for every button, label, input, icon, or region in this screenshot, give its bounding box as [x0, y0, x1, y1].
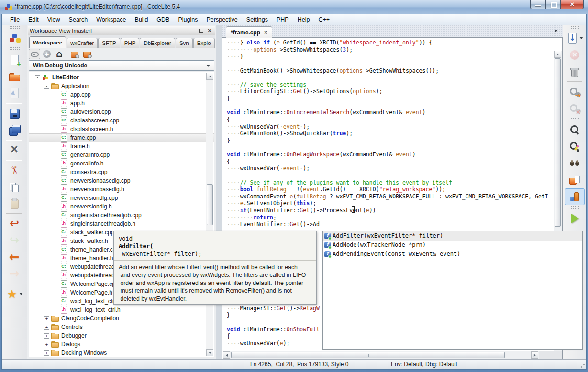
close-button[interactable] — [561, 0, 584, 9]
scroll-down-button[interactable] — [206, 349, 213, 356]
menu-c[interactable]: C++ — [314, 15, 334, 24]
collapse-all-button[interactable] — [41, 49, 53, 59]
tree-item-newversionbasedlg-cpp[interactable]: newversionbasedlg.cpp — [29, 176, 214, 185]
tree-item-clangcodecompletion[interactable]: +ClangCodeCompletion — [29, 314, 214, 323]
tree-item-newversiondlg-h[interactable]: newversiondlg.h — [29, 202, 214, 211]
run-button[interactable] — [565, 210, 585, 227]
editor-horizontal-scrollbar[interactable] — [223, 351, 539, 359]
find-in-files-button[interactable] — [565, 155, 585, 172]
find-replace-button[interactable] — [565, 138, 585, 155]
tree-item-app-h[interactable]: app.h — [29, 99, 214, 108]
collapse-icon[interactable]: - — [35, 75, 40, 80]
menu-help[interactable]: Help — [293, 15, 314, 24]
tree-item-newversionbasedlg-h[interactable]: newversionbasedlg.h — [29, 185, 214, 194]
copy-button[interactable] — [4, 178, 24, 195]
toolbar-grip[interactable] — [9, 25, 20, 29]
tree-item-clsplashscreen-h[interactable]: clsplashscreen.h — [29, 125, 214, 133]
tree-item-iconsextra-cpp[interactable]: iconsextra.cpp — [29, 168, 214, 176]
toolbar-grip[interactable] — [9, 47, 20, 51]
tree-item-controls[interactable]: +Controls — [29, 323, 214, 331]
close-file-button[interactable] — [4, 142, 24, 158]
tree-item-frame-cpp[interactable]: frame.cpp — [29, 133, 214, 142]
save-all-button[interactable] — [4, 121, 24, 138]
clean-button[interactable] — [565, 63, 585, 80]
workspace-view-button[interactable] — [4, 30, 24, 46]
tab-explo[interactable]: Explo — [193, 38, 215, 48]
tab-sftp[interactable]: SFTP — [98, 38, 120, 48]
menu-view[interactable]: View — [43, 15, 65, 24]
stop-compile-button[interactable] — [565, 100, 585, 117]
tab-php[interactable]: PHP — [121, 38, 140, 48]
toolbar-grip[interactable] — [570, 25, 579, 29]
menu-perspective[interactable]: Perspective — [202, 15, 242, 24]
completion-item[interactable]: AddFilter(wxEventFilter* filter) — [323, 231, 582, 241]
menu-settings[interactable]: Settings — [242, 15, 272, 24]
toolbar-grip[interactable] — [570, 206, 579, 209]
toolbar-grip[interactable] — [570, 117, 579, 121]
tree-item-frame-h[interactable]: frame.h — [29, 142, 214, 151]
scroll-left-button[interactable] — [223, 351, 230, 359]
workspace-settings-button[interactable] — [69, 49, 81, 59]
redo-button[interactable] — [4, 232, 24, 249]
scroll-up-button[interactable] — [206, 73, 213, 80]
new-file-button[interactable] — [4, 51, 24, 68]
editor-tab-frame-cpp[interactable]: *frame.cpp × — [226, 26, 272, 38]
highlight-word-button[interactable] — [565, 188, 585, 205]
tab-svn[interactable]: Svn — [176, 38, 193, 48]
close-pane-icon[interactable] — [206, 27, 213, 34]
tab-dbexplorer[interactable]: DbExplorer — [140, 38, 175, 48]
scrollbar-thumb[interactable] — [555, 58, 561, 227]
expand-icon[interactable]: + — [44, 325, 49, 330]
tree-item-singleinstancethreadjob-cpp[interactable]: singleinstancethreadjob.cpp — [29, 211, 214, 219]
compile-file-button[interactable] — [565, 83, 585, 100]
tree-item-singleinstancethreadjob-h[interactable]: singleinstancethreadjob.h — [29, 219, 214, 228]
tree-item-autoversion-cpp[interactable]: autoversion.cpp — [29, 108, 214, 116]
tree-item-application[interactable]: -Application — [29, 82, 214, 90]
tree-item-generalinfo-h[interactable]: generalinfo.h — [29, 159, 214, 168]
open-folder-button[interactable] — [4, 68, 24, 85]
menu-workspace[interactable]: Workspace — [92, 15, 130, 24]
menu-edit[interactable]: Edit — [24, 15, 43, 24]
tree-item-docking-windows[interactable]: +Docking Windows — [29, 349, 214, 357]
menu-plugins[interactable]: Plugins — [174, 15, 202, 24]
menu-build[interactable]: Build — [131, 15, 153, 24]
save-file-button[interactable] — [4, 105, 24, 121]
scrollbar-thumb[interactable] — [207, 184, 213, 225]
tree-item-debugger[interactable]: +Debugger — [29, 331, 214, 340]
expand-icon[interactable]: + — [44, 316, 49, 321]
tree-item-clsplashscreen-cpp[interactable]: clsplashscreen.cpp — [29, 116, 214, 125]
title-bar[interactable]: *frame.cpp [C:\src\codelitegit\LiteEdito… — [0, 0, 588, 14]
menu-php[interactable]: PHP — [272, 15, 293, 24]
tab-wxcrafter[interactable]: wxCrafter — [67, 38, 98, 48]
float-pane-icon[interactable] — [197, 27, 205, 34]
expand-icon[interactable]: + — [44, 350, 49, 356]
tab-workspace[interactable]: Workspace — [29, 36, 66, 48]
find-resource-button[interactable] — [565, 172, 585, 188]
link-editor-button[interactable] — [29, 49, 40, 59]
menu-search[interactable]: Search — [65, 15, 92, 24]
tree-item-app-cpp[interactable]: app.cpp — [29, 90, 214, 99]
scrollbar-thumb[interactable] — [231, 352, 505, 358]
collapse-icon[interactable]: - — [44, 84, 49, 89]
tree-item-dialogs[interactable]: +Dialogs — [29, 340, 214, 349]
undo-button[interactable] — [4, 215, 24, 232]
tree-vertical-scrollbar[interactable] — [206, 73, 213, 356]
tab-list-dropdown-icon[interactable] — [554, 30, 558, 34]
expand-icon[interactable]: + — [44, 333, 49, 339]
stop-build-button[interactable] — [565, 46, 585, 63]
panel-caption[interactable]: Workspace View [master] — [28, 26, 215, 35]
expand-icon[interactable]: + — [44, 342, 49, 347]
completion-item[interactable]: AddPendingEvent(const wxEvent& event) — [323, 250, 582, 259]
build-config-dropdown[interactable]: Win Debug Unicode — [29, 60, 214, 71]
tree-item-generalinfo-cpp[interactable]: generalinfo.cpp — [29, 151, 214, 159]
find-button[interactable] — [565, 121, 585, 138]
bookmark-button[interactable] — [4, 285, 24, 302]
tree-item-liteeditor[interactable]: -LiteEditor — [29, 73, 214, 82]
completion-item[interactable]: AddNode(wxTrackerNode *prn) — [323, 241, 582, 250]
scroll-up-button[interactable] — [554, 51, 561, 58]
nav-forward-button[interactable] — [4, 265, 24, 282]
maximize-button[interactable] — [546, 0, 561, 9]
project-settings-button[interactable] — [82, 49, 93, 59]
scroll-right-button[interactable] — [531, 351, 538, 359]
tree-item-wxcl-log-text-ctrl-h[interactable]: wxcl_log_text_ctrl.h — [29, 306, 214, 314]
